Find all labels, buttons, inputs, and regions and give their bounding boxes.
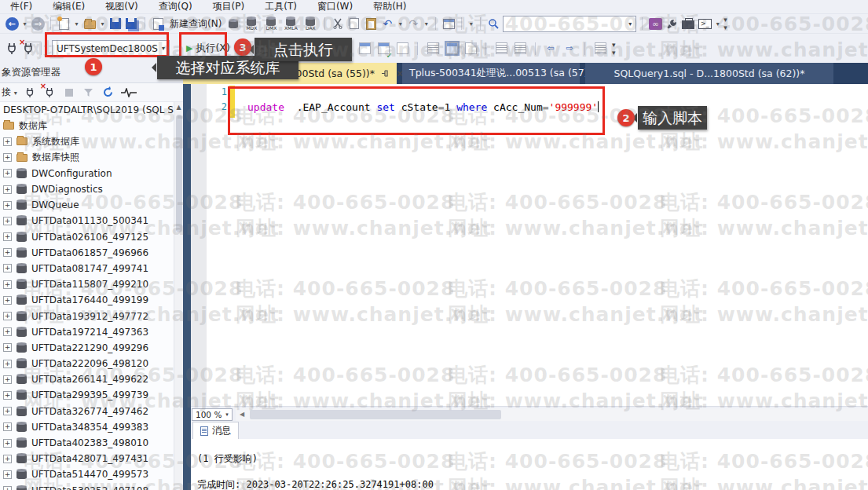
menu-item[interactable]: 工具(T)	[255, 0, 307, 13]
execute-button[interactable]: ▶ 执行(X)	[183, 42, 233, 55]
command-window-button[interactable]: >_	[698, 16, 712, 31]
tree-item[interactable]: +UFTData326774_497462	[0, 404, 174, 419]
results-to-file-button[interactable]	[463, 41, 478, 57]
tree-item[interactable]: +UFTData402383_498010	[0, 435, 174, 451]
copy-button[interactable]	[347, 16, 361, 31]
expander-icon[interactable]: +	[3, 407, 12, 415]
tree-item[interactable]: +UFTData026106_497125	[0, 229, 174, 245]
comment-lines-button[interactable]	[494, 41, 508, 57]
scroll-left-icon[interactable]: ◀	[236, 408, 248, 421]
tree-item[interactable]: +UFTData266141_499622	[0, 371, 174, 387]
menu-item[interactable]: 项目(P)	[203, 0, 255, 13]
navigate-forward-button[interactable]: →	[31, 16, 45, 31]
increase-indent-button[interactable]: ⇨	[562, 41, 577, 57]
disconnect-icon[interactable]: ×	[21, 41, 35, 57]
tree-item[interactable]: +UFTData061857_496966	[0, 245, 174, 261]
results-to-text-button[interactable]	[426, 41, 440, 57]
tree-item[interactable]: 数据库	[0, 118, 174, 133]
filter-icon[interactable]	[82, 85, 96, 101]
horizontal-scrollbar[interactable]: ◀	[236, 408, 868, 421]
intellisense-toggle-button[interactable]	[441, 16, 456, 31]
sql-code-line[interactable]: update .EAP_Account set cState=1 where c…	[247, 101, 599, 113]
sql-editor[interactable]: 1 2 update .EAP_Account set cState=1 whe…	[191, 84, 868, 406]
command-window-dropdown[interactable]: ▾	[714, 20, 721, 27]
expander-icon[interactable]: +	[3, 264, 12, 272]
breakpoint-margin[interactable]	[191, 84, 207, 406]
undo-button[interactable]: ↶	[380, 16, 394, 31]
vs-launcher-button[interactable]: ∞	[648, 16, 662, 31]
tree-item[interactable]: +UFTData222096_498120	[0, 356, 174, 371]
tree-item[interactable]: +UFTData530252_497108	[0, 483, 174, 490]
live-statistics-button[interactable]: ✓	[376, 41, 390, 57]
expander-icon[interactable]: +	[3, 343, 12, 352]
navigate-back-dropdown[interactable]: ▾	[21, 20, 28, 27]
open-file-button[interactable]	[82, 16, 97, 31]
activity-monitor-icon[interactable]	[121, 85, 137, 101]
new-query-button[interactable]: 新建查询(N)	[167, 17, 224, 31]
tree-item[interactable]: +UFTData011130_500341	[0, 213, 174, 229]
expander-icon[interactable]: +	[3, 360, 12, 368]
menu-item[interactable]: 件(F)	[0, 0, 42, 13]
expander-icon[interactable]: +	[3, 232, 12, 241]
expander-icon[interactable]: +	[3, 153, 12, 162]
tree-item[interactable]: +数据库快照	[0, 150, 174, 166]
menu-item[interactable]: 查询(Q)	[148, 0, 203, 13]
scrollbar-thumb[interactable]	[176, 115, 182, 232]
save-all-button[interactable]	[125, 16, 139, 31]
connect-dropdown-button[interactable]: 接 ▾	[2, 86, 17, 99]
tab-messages[interactable]: 消息	[192, 422, 239, 439]
chevron-down-icon[interactable]: ▾	[222, 411, 232, 418]
toolbar-overflow-button[interactable]: ▾▾	[612, 41, 615, 57]
cut-button[interactable]	[331, 16, 345, 31]
new-dax-query-button[interactable]: DAX	[302, 17, 319, 31]
new-mdx-query-button[interactable]: MDX	[243, 17, 260, 31]
expander-icon[interactable]: +	[3, 296, 12, 305]
tree-item[interactable]: +DWQueue	[0, 197, 174, 213]
expander-icon[interactable]: +	[3, 280, 12, 289]
tree-item[interactable]: +UFTData081747_499741	[0, 261, 174, 276]
scroll-up-icon[interactable]: ▲	[174, 102, 183, 112]
tree-item[interactable]: +UFTData348354_499383	[0, 419, 174, 435]
expander-icon[interactable]: +	[3, 455, 12, 463]
redo-button[interactable]: ↷	[406, 16, 420, 31]
expander-icon[interactable]: +	[3, 439, 12, 448]
chevron-down-icon[interactable]: ▾	[624, 20, 635, 27]
tree-item[interactable]: +UFTData221290_499296	[0, 340, 174, 356]
menu-item[interactable]: 帮助(H)	[363, 0, 416, 13]
tab-sqlquery2[interactable]: SQLQuery2.sql - D...1800Std (sa (55))* ✕	[177, 63, 397, 84]
database-query-icon[interactable]	[226, 16, 240, 31]
new-query-icon[interactable]	[151, 16, 165, 31]
tree-item[interactable]: +UFTData514470_499573	[0, 466, 174, 482]
search-combo[interactable]: ▾	[503, 16, 636, 32]
tree-item[interactable]: +DWConfiguration	[0, 166, 174, 181]
decrease-indent-button[interactable]: ⇦	[544, 41, 558, 57]
tree-item[interactable]: +DWDiagnostics	[0, 181, 174, 197]
scrollbar-thumb[interactable]	[250, 410, 501, 419]
expander-icon[interactable]: +	[3, 312, 12, 320]
new-project-dropdown[interactable]: ▾	[73, 20, 80, 27]
toolbox-button[interactable]	[681, 16, 695, 31]
menu-item[interactable]: 窗口(W)	[307, 0, 363, 13]
tree-item[interactable]: +UFTData428071_497431	[0, 451, 174, 466]
expander-icon[interactable]: +	[3, 217, 12, 225]
expander-icon[interactable]: +	[3, 391, 12, 400]
menu-item[interactable]: 视图(V)	[95, 0, 148, 13]
disconnect-object-explorer-icon[interactable]: ×	[42, 85, 57, 101]
expander-icon[interactable]: +	[3, 169, 12, 177]
navigate-back-button[interactable]: ←	[5, 16, 19, 31]
expander-icon[interactable]: +	[3, 185, 12, 194]
tree-item[interactable]: +UFTData193912_497772	[0, 308, 174, 324]
tree-item[interactable]: +系统数据库	[0, 133, 174, 149]
tree-item[interactable]: +UFTData299395_499739	[0, 387, 174, 403]
zoom-combo[interactable]: 100 % ▾	[192, 408, 233, 421]
new-xmla-query-button[interactable]: XMLA	[282, 17, 299, 31]
results-to-grid-button[interactable]	[445, 41, 459, 57]
toolbar-overflow-button[interactable]: ▾▾	[723, 16, 727, 31]
expander-icon[interactable]: +	[3, 486, 12, 490]
stop-icon[interactable]	[62, 85, 76, 101]
expander-icon[interactable]: +	[3, 422, 12, 431]
redo-dropdown[interactable]: ▾	[423, 20, 430, 27]
toolbar-dropdown[interactable]: ▾	[467, 20, 474, 27]
open-file-dropdown[interactable]: ▾	[99, 20, 106, 27]
pin-icon[interactable]	[381, 69, 390, 78]
